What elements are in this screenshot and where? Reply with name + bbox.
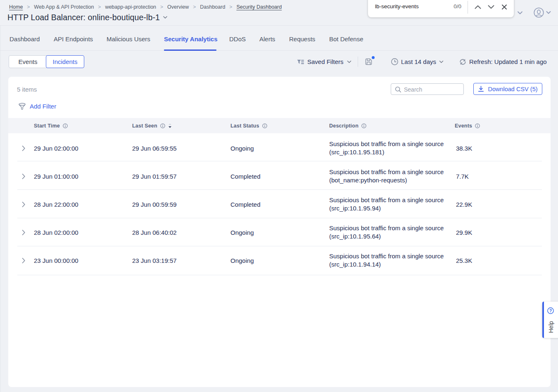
svg-text:?: ? xyxy=(549,309,552,313)
